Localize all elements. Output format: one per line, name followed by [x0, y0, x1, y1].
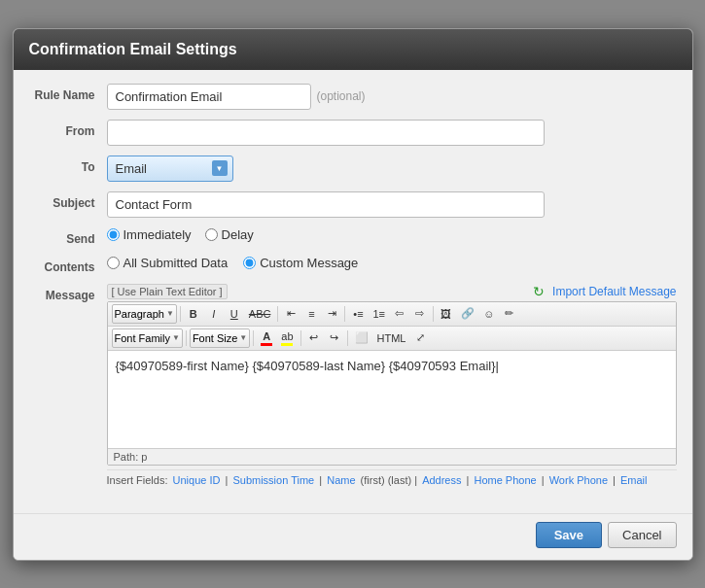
confirmation-email-modal: Confirmation Email Settings Rule Name Co… — [13, 28, 693, 561]
font-family-label: Font Family — [115, 332, 170, 344]
send-radio-group: Immediately Delay — [107, 227, 254, 242]
ol-button[interactable]: 1≡ — [369, 304, 389, 324]
font-size-select[interactable]: Font Size ▼ — [190, 329, 250, 348]
paragraph-label: Paragraph — [115, 308, 164, 320]
clear-format-button[interactable]: ⬜ — [351, 329, 372, 348]
insert-name-parts: (first) (last) — [361, 474, 412, 486]
contents-row: Contents All Submitted Data Custom Messa… — [29, 256, 677, 274]
rule-name-wrap: Confirmation Email (optional) — [107, 84, 677, 110]
contents-label: Contents — [29, 256, 107, 274]
redo-button[interactable]: ↪ — [325, 329, 344, 348]
underline-label: U — [230, 308, 238, 320]
send-row: Send Immediately Delay — [29, 227, 677, 246]
send-label: Send — [29, 227, 107, 246]
modal-body: Rule Name Confirmation Email (optional) … — [14, 70, 692, 513]
cancel-button[interactable]: Cancel — [608, 522, 676, 548]
from-row: From — [29, 120, 677, 146]
subject-row: Subject Contact Form — [29, 191, 677, 218]
modal-footer: Save Cancel — [14, 513, 692, 560]
indent-in-button[interactable]: ⇨ — [410, 304, 430, 324]
insert-fields-bar: Insert Fields: Unique ID | Submission Ti… — [107, 469, 677, 490]
message-top-bar: [ Use Plain Text Editor ] ↻ Import Defau… — [107, 284, 677, 299]
insert-fields-label: Insert Fields: — [107, 474, 168, 486]
send-delay-text: Delay — [222, 227, 254, 242]
strike-label: ABC — [249, 308, 271, 320]
paragraph-select[interactable]: Paragraph ▼ — [112, 304, 177, 324]
modal-title: Confirmation Email Settings — [29, 41, 237, 57]
contents-custom-label[interactable]: Custom Message — [243, 256, 358, 270]
contents-all-radio[interactable] — [107, 257, 120, 269]
undo-button[interactable]: ↩ — [304, 329, 324, 348]
import-default-link[interactable]: ↻ Import Default Message — [533, 284, 676, 299]
subject-wrap: Contact Form — [107, 191, 677, 218]
html-label: HTML — [377, 332, 406, 344]
insert-image-button[interactable]: 🖼 — [437, 304, 456, 324]
align-left-button[interactable]: ⇤ — [281, 304, 300, 324]
italic-button[interactable]: I — [204, 304, 224, 324]
toolbar-row2: Font Family ▼ Font Size ▼ A — [108, 327, 676, 351]
send-immediately-label[interactable]: Immediately — [107, 227, 192, 242]
message-area: [ Use Plain Text Editor ] ↻ Import Defau… — [107, 284, 677, 490]
subject-label: Subject — [29, 191, 107, 210]
sep1 — [180, 306, 181, 322]
insert-unique-id[interactable]: Unique ID — [173, 474, 221, 486]
insert-work-phone[interactable]: Work Phone — [549, 474, 608, 486]
sep4 — [433, 306, 434, 322]
bg-color-button[interactable]: ab — [277, 329, 297, 348]
sep3 — [344, 306, 345, 322]
rule-name-label: Rule Name — [29, 84, 107, 102]
editor-text: {$40970589-first Name} {$40970589-last N… — [116, 359, 499, 373]
strikethrough-button[interactable]: ABC — [245, 304, 275, 324]
fullscreen-button[interactable]: ⤢ — [410, 329, 430, 348]
sep5 — [186, 330, 187, 346]
indent-out-button[interactable]: ⇦ — [390, 304, 409, 324]
bold-button[interactable]: B — [184, 304, 203, 324]
to-select[interactable]: Email Name Custom — [107, 156, 233, 182]
insert-special-button[interactable]: ✏ — [500, 304, 519, 324]
editor-content[interactable]: {$40970589-first Name} {$40970589-last N… — [108, 351, 676, 448]
font-size-label: Font Size — [193, 332, 237, 344]
underline-button[interactable]: U — [225, 304, 244, 324]
from-input[interactable] — [107, 120, 545, 146]
align-right-button[interactable]: ⇥ — [322, 304, 341, 324]
italic-label: I — [212, 308, 215, 320]
bg-color-underline — [281, 343, 293, 346]
insert-emoji-button[interactable]: ☺ — [479, 304, 499, 324]
modal-header: Confirmation Email Settings — [14, 29, 692, 70]
send-delay-label[interactable]: Delay — [205, 227, 254, 242]
message-row: Message [ Use Plain Text Editor ] ↻ Impo… — [29, 284, 677, 490]
contents-custom-radio[interactable] — [243, 257, 256, 269]
message-label: Message — [29, 284, 107, 302]
toolbar-row1: Paragraph ▼ B I U ABC ⇤ ≡ ⇥ •≡ — [108, 302, 676, 327]
optional-label: (optional) — [317, 89, 366, 103]
subject-input[interactable]: Contact Form — [107, 191, 545, 218]
rule-name-input[interactable]: Confirmation Email — [107, 84, 311, 110]
contents-all-label[interactable]: All Submitted Data — [107, 256, 229, 270]
contents-custom-text: Custom Message — [260, 256, 358, 270]
insert-address[interactable]: Address — [422, 474, 461, 486]
font-color-button[interactable]: A — [257, 329, 276, 348]
insert-name[interactable]: Name — [327, 474, 355, 486]
font-family-select[interactable]: Font Family ▼ — [112, 329, 183, 348]
import-default-label: Import Default Message — [552, 285, 676, 298]
html-button[interactable]: HTML — [373, 329, 410, 348]
font-color-icon: A — [263, 330, 270, 342]
insert-submission-time[interactable]: Submission Time — [232, 474, 314, 486]
editor-container: Paragraph ▼ B I U ABC ⇤ ≡ ⇥ •≡ — [107, 301, 677, 466]
save-button[interactable]: Save — [536, 522, 602, 548]
send-immediately-text: Immediately — [123, 227, 192, 242]
send-immediately-radio[interactable] — [107, 228, 120, 241]
ul-button[interactable]: •≡ — [348, 304, 368, 324]
sep2 — [277, 306, 278, 322]
insert-email[interactable]: Email — [620, 474, 648, 486]
sep8 — [347, 330, 348, 346]
plain-text-link[interactable]: [ Use Plain Text Editor ] — [107, 284, 228, 299]
insert-home-phone[interactable]: Home Phone — [474, 474, 536, 486]
from-wrap — [107, 120, 677, 146]
align-center-button[interactable]: ≡ — [301, 304, 321, 324]
font-color-underline — [261, 343, 272, 346]
contents-wrap: All Submitted Data Custom Message — [107, 256, 677, 270]
rule-name-row: Rule Name Confirmation Email (optional) — [29, 84, 677, 110]
send-delay-radio[interactable] — [205, 228, 218, 241]
insert-link-button[interactable]: 🔗 — [457, 304, 478, 324]
